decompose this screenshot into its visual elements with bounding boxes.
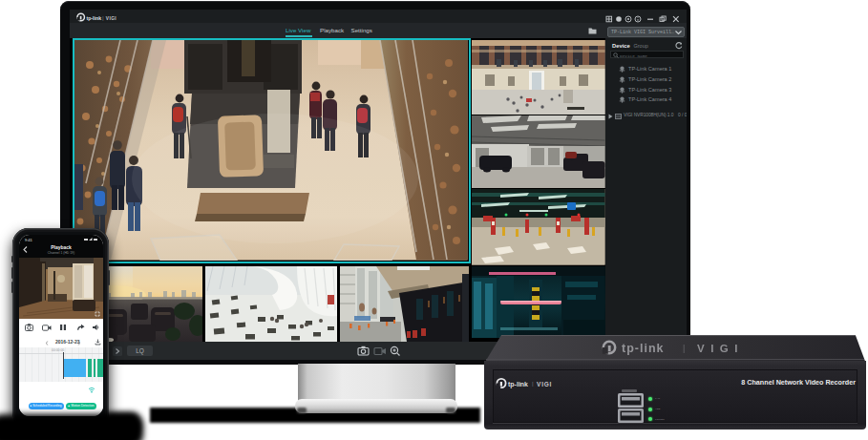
svg-text:VIGI: VIGI (537, 381, 552, 388)
svg-text:|: | (532, 381, 534, 387)
svg-text:tp-link: tp-link (622, 342, 665, 355)
svg-text:|: | (102, 15, 103, 20)
svg-text:tp-link: tp-link (508, 381, 528, 388)
svg-text:tp-link: tp-link (86, 14, 101, 20)
svg-text:VIGI: VIGI (106, 15, 116, 20)
svg-text:|: | (683, 344, 685, 353)
svg-text:VIGI: VIGI (697, 343, 744, 354)
